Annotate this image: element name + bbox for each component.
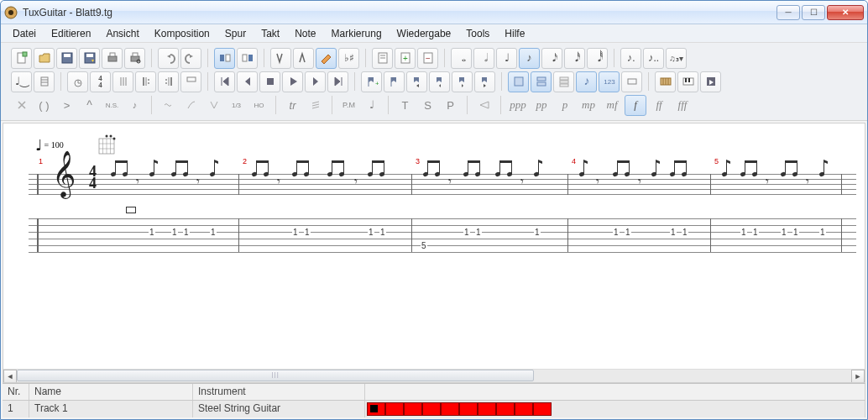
ghost-note-button[interactable]: ( ) [34, 95, 55, 116]
track-row[interactable]: 1 Track 1 Steel String Guitar [3, 401, 865, 417]
edit-mode-selection-button[interactable] [214, 48, 235, 69]
menu-note[interactable]: Note [288, 26, 322, 41]
popping-button[interactable]: P [440, 95, 461, 116]
open-button[interactable] [34, 48, 55, 69]
chord-button[interactable] [34, 71, 55, 92]
marker-add-button[interactable]: + [361, 71, 382, 92]
fretboard-button[interactable] [655, 71, 676, 92]
tempo-button[interactable] [67, 71, 88, 92]
minimize-button[interactable]: ─ [776, 5, 800, 20]
sharp-flat-mode-button[interactable] [316, 48, 337, 69]
score-editor[interactable]: ♩ = 100 1 2 3 4 5 𝄞 44 [3, 123, 865, 383]
menu-wiedergabe[interactable]: Wiedergabe [390, 26, 458, 41]
track-measure-cell[interactable] [404, 402, 422, 416]
save-as-button[interactable] [79, 48, 100, 69]
double-dotted-button[interactable]: ♪.. [643, 48, 664, 69]
dynamic-ppp-button[interactable]: ppp [507, 95, 529, 116]
dotted-button[interactable]: ♪. [620, 48, 641, 69]
menu-ansicht[interactable]: Ansicht [99, 26, 145, 41]
duration-half-button[interactable]: 𝅗𝅥 [473, 48, 494, 69]
track-measure-cell[interactable] [385, 402, 404, 416]
repeat-close-button[interactable] [158, 71, 179, 92]
scroll-left-button[interactable]: ◄ [3, 370, 17, 383]
track-measure-cell[interactable] [441, 402, 459, 416]
menu-komposition[interactable]: Komposition [148, 26, 217, 41]
print-preview-button[interactable] [124, 48, 145, 69]
view-tablature-button[interactable]: 123 [599, 71, 620, 92]
transport-last-button[interactable] [327, 71, 348, 92]
duration-quarter-button[interactable]: ♩ [496, 48, 517, 69]
palm-mute-button[interactable]: P.M [338, 95, 359, 116]
dynamic-ff-button[interactable]: ff [648, 95, 670, 116]
vibrato-button[interactable] [158, 95, 179, 116]
redo-button[interactable] [180, 48, 201, 69]
repeat-open-button[interactable] [135, 71, 156, 92]
menu-takt[interactable]: Takt [254, 26, 286, 41]
voice-2-button[interactable] [293, 48, 314, 69]
view-score-button[interactable]: ♪ [576, 71, 597, 92]
harmonic-button[interactable]: N.S. [102, 95, 123, 116]
duration-eighth-button[interactable]: ♪ [519, 48, 540, 69]
menu-spur[interactable]: Spur [218, 26, 253, 41]
menu-markierung[interactable]: Markierung [325, 26, 389, 41]
time-signature-button[interactable]: 44 [90, 71, 111, 92]
new-button[interactable] [11, 48, 32, 69]
menu-datei[interactable]: Datei [6, 26, 43, 41]
track-measure-cell[interactable] [367, 402, 385, 416]
menu-tools[interactable]: Tools [459, 26, 496, 41]
view-linear-button[interactable] [531, 71, 552, 92]
dynamic-mp-button[interactable]: mp [578, 95, 599, 116]
hammer-button[interactable]: HO [248, 95, 269, 116]
undo-button[interactable] [158, 48, 179, 69]
menu-editieren[interactable]: Editieren [44, 26, 97, 41]
natural-mode-button[interactable]: ♭♯ [338, 48, 359, 69]
dynamic-pp-button[interactable]: pp [531, 95, 552, 116]
dynamic-fff-button[interactable]: fff [672, 95, 693, 116]
remove-track-button[interactable]: − [417, 48, 438, 69]
edit-mode-score-button[interactable] [237, 48, 258, 69]
piano-button[interactable] [677, 71, 698, 92]
transport-play-button[interactable] [282, 71, 303, 92]
transport-first-button[interactable] [214, 71, 235, 92]
menu-hilfe[interactable]: Hilfe [498, 26, 531, 41]
dead-note-button[interactable] [11, 95, 32, 116]
marker-first-button[interactable] [406, 71, 427, 92]
transport-next-button[interactable] [305, 71, 326, 92]
slapping-button[interactable]: S [417, 95, 438, 116]
tremolo-picking-button[interactable] [305, 95, 326, 116]
marker-list-button[interactable] [384, 71, 405, 92]
heavy-accent-button[interactable]: ^ [79, 95, 100, 116]
tuplet-button[interactable]: ♫₃▾ [666, 48, 687, 69]
grace-before-button[interactable]: ♪ [124, 95, 145, 116]
track-measure-cell[interactable] [496, 402, 515, 416]
matrix-button[interactable] [700, 71, 721, 92]
dynamic-p-button[interactable]: p [554, 95, 576, 116]
dynamic-mf-button[interactable]: mf [601, 95, 623, 116]
clef-button[interactable] [112, 71, 133, 92]
track-measure-cell[interactable] [422, 402, 441, 416]
duration-thirtysecond-button[interactable]: 𝅘𝅥𝅰 [564, 48, 585, 69]
staccato-button[interactable]: ♩ [361, 95, 382, 116]
tremolo-bar-button[interactable] [203, 95, 224, 116]
transport-prev-button[interactable] [237, 71, 258, 92]
maximize-button[interactable]: ☐ [802, 5, 825, 20]
dynamic-f-button[interactable]: f [625, 95, 646, 116]
close-button[interactable]: ✕ [827, 5, 864, 20]
accent-button[interactable]: > [56, 95, 77, 116]
transport-stop-button[interactable] [259, 71, 280, 92]
properties-button[interactable] [372, 48, 393, 69]
track-measure-cell[interactable] [533, 402, 552, 416]
add-track-button[interactable]: + [395, 48, 416, 69]
duration-whole-button[interactable]: 𝅝 [451, 48, 472, 69]
tapping-button[interactable]: T [395, 95, 416, 116]
duration-sixteenth-button[interactable]: 𝅘𝅥𝅯 [541, 48, 562, 69]
view-page-button[interactable] [508, 71, 529, 92]
voice-1-button[interactable] [270, 48, 291, 69]
bend-button[interactable] [180, 95, 201, 116]
tied-note-button[interactable]: ♩‿ [11, 71, 32, 92]
marker-next-button[interactable] [452, 71, 473, 92]
view-compact-button[interactable] [621, 71, 642, 92]
track-measure-cell[interactable] [478, 402, 496, 416]
track-measure-cell[interactable] [515, 402, 533, 416]
track-measure-cell[interactable] [459, 402, 478, 416]
